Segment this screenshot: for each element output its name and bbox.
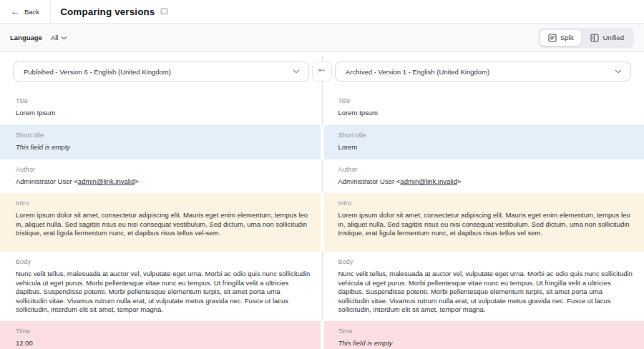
field-label: Intro bbox=[16, 200, 311, 207]
field-label: Intro bbox=[338, 200, 635, 207]
field-label: Title bbox=[338, 97, 635, 105]
split-view-icon bbox=[548, 34, 557, 42]
field-cell-right: Author Administrator User <admin@link.in… bbox=[324, 159, 644, 193]
field-label: Title bbox=[16, 97, 311, 105]
field-cell-right: Short title Lorem bbox=[324, 125, 644, 159]
unified-view-label: Unified bbox=[602, 34, 624, 41]
field-rows: Title Lorem Ipsum Title Lorem Ipsum Shor… bbox=[0, 91, 644, 349]
split-view-label: Split bbox=[560, 34, 573, 41]
field-row-title: Title Lorem Ipsum Title Lorem Ipsum bbox=[0, 91, 644, 125]
field-value: Lorem ipsum dolor sit amet, consectetur … bbox=[338, 211, 635, 238]
toolbar: Language All Split bbox=[0, 24, 644, 52]
version-selector-row: Published - Version 6 - English (United … bbox=[0, 52, 644, 91]
field-label: Short title bbox=[338, 132, 635, 139]
author-suffix: > bbox=[457, 177, 462, 185]
comment-icon[interactable] bbox=[160, 8, 168, 16]
field-cell-right: Intro Lorem ipsum dolor sit amet, consec… bbox=[324, 193, 644, 252]
top-bar: ← Back Comparing versions bbox=[0, 0, 644, 24]
field-cell-left: Time 12:00 bbox=[0, 321, 321, 349]
field-label: Author bbox=[16, 166, 311, 174]
field-cell-left: Short title This field is empty bbox=[0, 125, 321, 159]
language-control: Language All bbox=[10, 34, 67, 41]
chevron-down-icon bbox=[293, 69, 300, 74]
left-version-dropdown[interactable]: Published - Version 6 - English (United … bbox=[13, 62, 309, 82]
field-cell-right: Title Lorem Ipsum bbox=[324, 91, 644, 125]
author-prefix: Administrator User < bbox=[338, 177, 401, 185]
field-cell-right: Time This field is empty bbox=[324, 321, 644, 349]
field-value: 12:00 bbox=[16, 339, 311, 348]
field-row-time: Time 12:00 Time This field is empty bbox=[0, 321, 644, 349]
field-value: Administrator User <admin@link.invalid> bbox=[338, 177, 635, 187]
back-label: Back bbox=[24, 8, 39, 16]
field-cell-left: Body Nunc velit tellus, malesuada at auc… bbox=[0, 252, 321, 321]
field-cell-left: Author Administrator User <admin@link.in… bbox=[0, 159, 321, 193]
field-label: Short title bbox=[16, 132, 311, 139]
field-value-empty: This field is empty bbox=[16, 143, 311, 152]
split-view-button[interactable]: Split bbox=[540, 30, 581, 46]
compare-versions-page: ← Back Comparing versions Language All bbox=[0, 0, 644, 349]
chevron-down-icon bbox=[61, 36, 67, 40]
language-label: Language bbox=[10, 34, 42, 41]
field-value: Lorem Ipsum bbox=[16, 109, 311, 118]
unified-view-button[interactable]: Unified bbox=[582, 30, 632, 46]
unified-view-icon bbox=[590, 34, 599, 42]
chevron-down-icon bbox=[615, 69, 622, 74]
field-row-author: Author Administrator User <admin@link.in… bbox=[0, 159, 644, 193]
field-value: Nunc velit tellus, malesuada at auctor v… bbox=[338, 270, 635, 315]
back-arrow-icon: ← bbox=[11, 7, 19, 16]
field-row-short-title: Short title This field is empty Short ti… bbox=[0, 125, 644, 159]
field-label: Time bbox=[338, 328, 635, 335]
right-version-dropdown[interactable]: Archived - Version 1 - English (United K… bbox=[335, 62, 631, 82]
language-dropdown[interactable]: All bbox=[51, 34, 68, 41]
view-mode-toggle: Split Unified bbox=[538, 28, 634, 48]
field-row-intro: Intro Lorem ipsum dolor sit amet, consec… bbox=[0, 193, 644, 252]
author-email-link[interactable]: admin@link.invalid bbox=[78, 177, 135, 185]
field-label: Time bbox=[16, 328, 311, 335]
field-value: Lorem ipsum dolor sit amet, consectetur … bbox=[16, 211, 311, 238]
field-label: Body bbox=[16, 258, 311, 266]
field-value: Lorem bbox=[338, 143, 635, 152]
swap-versions-button[interactable] bbox=[312, 62, 332, 82]
field-row-body: Body Nunc velit tellus, malesuada at auc… bbox=[0, 252, 644, 321]
back-button[interactable]: ← Back bbox=[0, 0, 50, 23]
field-label: Body bbox=[338, 258, 635, 266]
field-cell-left: Intro Lorem ipsum dolor sit amet, consec… bbox=[0, 193, 321, 252]
author-suffix: > bbox=[135, 177, 139, 185]
field-value: Nunc velit tellus, malesuada at auctor v… bbox=[16, 270, 311, 315]
page-title: Comparing versions bbox=[51, 6, 155, 17]
left-version-value: Published - Version 6 - English (United … bbox=[24, 68, 171, 76]
field-value: Administrator User <admin@link.invalid> bbox=[16, 177, 311, 187]
author-prefix: Administrator User < bbox=[16, 177, 78, 185]
comparison-area: Published - Version 6 - English (United … bbox=[0, 52, 644, 349]
right-version-value: Archived - Version 1 - English (United K… bbox=[346, 68, 489, 76]
field-value: Lorem Ipsum bbox=[338, 109, 635, 118]
field-value-empty: This field is empty bbox=[338, 339, 635, 348]
field-cell-left: Title Lorem Ipsum bbox=[0, 91, 321, 125]
field-label: Author bbox=[338, 166, 635, 174]
field-cell-right: Body Nunc velit tellus, malesuada at auc… bbox=[324, 252, 644, 321]
author-email-link[interactable]: admin@link.invalid bbox=[400, 177, 457, 185]
language-value: All bbox=[51, 34, 59, 41]
